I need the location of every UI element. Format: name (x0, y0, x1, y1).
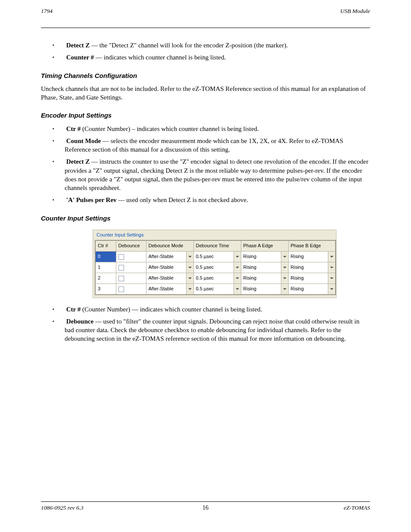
cell-debounce-3[interactable] (116, 283, 146, 295)
label-counter-num: Counter # (66, 54, 94, 61)
cell-b-0[interactable]: Rising (288, 251, 336, 262)
heading-timing-channels: Timing Channels Configuration (41, 72, 370, 80)
bullet-list-3: Ctr # (Counter Number) — indicates which… (41, 305, 370, 343)
chevron-down-icon[interactable] (328, 262, 335, 273)
cell-mode-1[interactable]: After-Stable (146, 262, 193, 273)
cell-a-2-text: Rising (243, 275, 257, 280)
cell-ctr-1[interactable]: 1 (95, 262, 116, 273)
cell-debounce-0[interactable] (116, 251, 146, 262)
text-count-mode: — selects the encoder measurement mode w… (65, 137, 343, 153)
chevron-down-icon[interactable] (281, 273, 288, 283)
label-detect-z-2: Detect Z (66, 158, 90, 165)
chevron-down-icon[interactable] (328, 252, 335, 262)
heading-encoder-input: Encoder Input Settings (41, 111, 370, 120)
bullet-debounce: Debounce — used to "filter" the counter … (65, 317, 370, 343)
chevron-down-icon[interactable] (234, 262, 241, 273)
paragraph-timing: Uncheck channels that are not to be incl… (41, 84, 370, 102)
bullet-a-pulses: 'A' Pulses per Rev — used only when Dete… (65, 196, 370, 204)
text-detect-z-2: — instructs the counter to use the "Z" e… (65, 158, 368, 191)
chevron-down-icon[interactable] (186, 284, 193, 294)
cell-a-1-text: Rising (243, 264, 257, 270)
text-debounce: — used to "filter" the counter input sig… (65, 318, 359, 342)
cell-a-3[interactable]: Rising (241, 283, 288, 295)
cell-mode-3[interactable]: After-Stable (146, 283, 193, 295)
bullet-list-2: Ctr # (Counter Number) – indicates which… (41, 124, 370, 205)
checkbox-icon[interactable] (118, 265, 124, 271)
chevron-down-icon[interactable] (234, 284, 241, 294)
chevron-down-icon[interactable] (281, 252, 288, 262)
cell-a-0[interactable]: Rising (241, 251, 288, 262)
label-a-pulses: 'A' Pulses per Rev (66, 196, 117, 203)
table-header-row: Ctr # Debounce Debounce Mode Debounce Ti… (95, 240, 336, 252)
chevron-down-icon[interactable] (281, 262, 288, 273)
cell-time-2-text: 0.5 µsec (196, 275, 214, 280)
text-ctr-num: (Counter Number) – indicates which count… (81, 125, 259, 132)
panel-title: Counter Input Settings (95, 231, 334, 240)
cell-mode-0[interactable]: After-Stable (146, 251, 193, 262)
chevron-down-icon[interactable] (281, 284, 288, 294)
table-row: 1 After-Stable 0.5 µsec Rising Rising (95, 262, 336, 273)
bullet-detect-z-2: Detect Z — instructs the counter to use … (65, 157, 370, 192)
cell-time-0[interactable]: 0.5 µsec (193, 251, 241, 262)
chevron-down-icon[interactable] (186, 262, 193, 273)
table-row: 3 After-Stable 0.5 µsec Rising Rising (95, 283, 336, 295)
cell-debounce-2[interactable] (116, 273, 146, 283)
checkbox-icon[interactable] (118, 254, 124, 260)
cell-time-3[interactable]: 0.5 µsec (193, 283, 241, 295)
cell-a-0-text: Rising (243, 254, 257, 259)
bullet-ctr-num: Ctr # (Counter Number) – indicates which… (65, 124, 370, 133)
chevron-down-icon[interactable] (328, 273, 335, 283)
th-debounce-mode: Debounce Mode (146, 240, 193, 252)
cell-debounce-1[interactable] (116, 262, 146, 273)
label-detect-z: Detect Z (66, 42, 90, 49)
checkbox-icon[interactable] (118, 276, 124, 281)
cell-mode-2-text: After-Stable (149, 275, 174, 280)
bullet-counter-num: Counter # — indicates which counter chan… (65, 53, 370, 62)
cell-mode-3-text: After-Stable (149, 286, 174, 291)
cell-ctr-0[interactable]: 0 (95, 251, 116, 262)
th-phase-b: Phase B Edge (288, 240, 336, 252)
page: 1794 USB Module Detect Z — the "Detect Z… (0, 0, 411, 532)
heading-counter-input: Counter Input Settings (41, 214, 370, 223)
th-ctr: Ctr # (95, 240, 116, 252)
cell-b-3-text: Rising (291, 286, 304, 291)
header-right: USB Module (340, 8, 370, 15)
cell-mode-1-text: After-Stable (149, 264, 174, 270)
chevron-down-icon[interactable] (328, 284, 335, 294)
cell-mode-2[interactable]: After-Stable (146, 273, 193, 283)
bullet-list-1: Detect Z — the "Detect Z" channel will l… (41, 41, 370, 62)
counter-settings-table: Ctr # Debounce Debounce Mode Debounce Ti… (95, 240, 336, 295)
checkbox-icon[interactable] (118, 286, 124, 292)
content-body: Detect Z — the "Detect Z" channel will l… (41, 41, 370, 343)
cell-time-2[interactable]: 0.5 µsec (193, 273, 241, 283)
header-rule (41, 28, 370, 28)
chevron-down-icon[interactable] (186, 273, 193, 283)
cell-time-1[interactable]: 0.5 µsec (193, 262, 241, 273)
cell-time-0-text: 0.5 µsec (196, 254, 214, 259)
cell-b-2[interactable]: Rising (288, 273, 336, 283)
bullet-ctr-num-2: Ctr # (Counter Number) — indicates which… (65, 305, 370, 314)
cell-a-2[interactable]: Rising (241, 273, 288, 283)
cell-ctr-3[interactable]: 3 (95, 283, 116, 295)
bullet-detect-z: Detect Z — the "Detect Z" channel will l… (65, 41, 370, 50)
chevron-down-icon[interactable] (234, 252, 241, 262)
cell-a-3-text: Rising (243, 286, 257, 291)
chevron-down-icon[interactable] (186, 252, 193, 262)
th-debounce-time: Debounce Time (193, 240, 241, 252)
cell-ctr-2[interactable]: 2 (95, 273, 116, 283)
text-a-pulses: — used only when Detect Z is not checked… (117, 196, 248, 203)
counter-input-settings-panel: Counter Input Settings Ctr # Debounce De… (93, 230, 336, 298)
cell-b-3[interactable]: Rising (288, 283, 336, 295)
chevron-down-icon[interactable] (234, 273, 241, 283)
table-row: 0 After-Stable 0.5 µsec Rising Rising (95, 251, 336, 262)
cell-time-3-text: 0.5 µsec (196, 286, 214, 291)
th-debounce: Debounce (116, 240, 146, 252)
cell-b-1[interactable]: Rising (288, 262, 336, 273)
table-row: 2 After-Stable 0.5 µsec Rising Rising (95, 273, 336, 283)
cell-b-1-text: Rising (291, 264, 304, 270)
label-debounce: Debounce (66, 318, 93, 325)
footer-page-number: 16 (0, 504, 411, 511)
label-count-mode: Count Mode (66, 137, 101, 144)
cell-a-1[interactable]: Rising (241, 262, 288, 273)
footer-rule (41, 501, 370, 502)
